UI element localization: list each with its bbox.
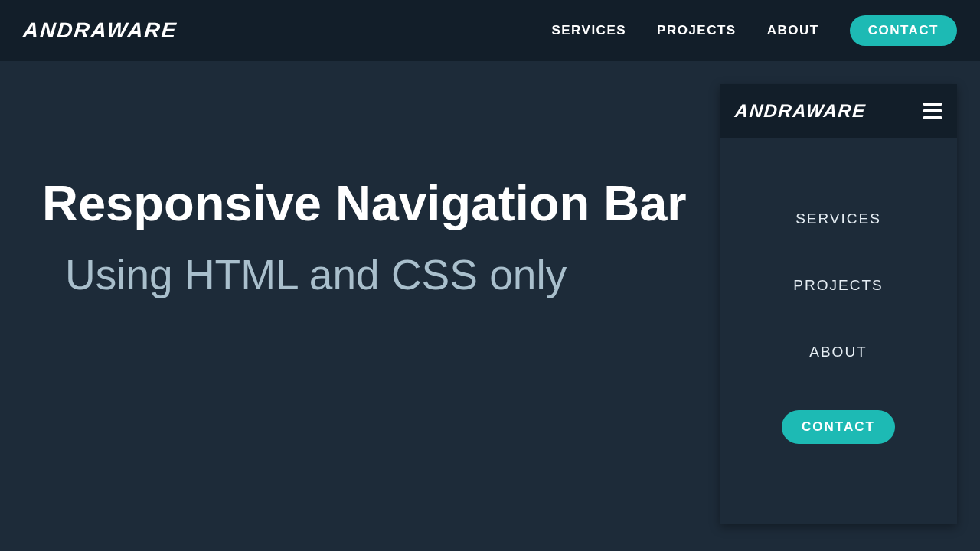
hamburger-icon[interactable] <box>923 103 942 119</box>
mobile-header: ANDRAWARE <box>720 84 957 138</box>
mobile-links: SERVICES PROJECTS ABOUT CONTACT <box>720 138 957 524</box>
navbar: ANDRAWARE SERVICES PROJECTS ABOUT CONTAC… <box>0 0 980 61</box>
mobile-contact-button[interactable]: CONTACT <box>782 410 895 444</box>
nav-contact-button[interactable]: CONTACT <box>850 15 957 46</box>
hero-title: Responsive Navigation Bar <box>42 176 687 231</box>
nav-link-projects[interactable]: PROJECTS <box>657 23 737 38</box>
mobile-link-about[interactable]: ABOUT <box>809 344 867 360</box>
nav-link-services[interactable]: SERVICES <box>551 23 626 38</box>
logo[interactable]: ANDRAWARE <box>22 18 178 43</box>
mobile-logo[interactable]: ANDRAWARE <box>734 100 867 122</box>
mobile-nav-preview: ANDRAWARE SERVICES PROJECTS ABOUT CONTAC… <box>720 84 957 524</box>
mobile-link-services[interactable]: SERVICES <box>795 210 881 227</box>
nav-links: SERVICES PROJECTS ABOUT CONTACT <box>551 15 957 46</box>
nav-link-about[interactable]: ABOUT <box>767 23 819 38</box>
mobile-link-projects[interactable]: PROJECTS <box>793 277 883 294</box>
hero-subtitle: Using HTML and CSS only <box>65 250 687 299</box>
hero-section: Responsive Navigation Bar Using HTML and… <box>42 176 687 299</box>
